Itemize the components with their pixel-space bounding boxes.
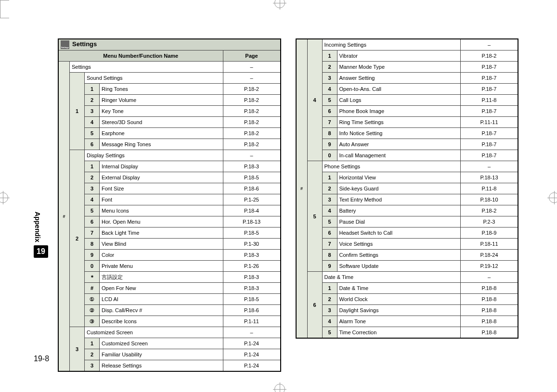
item-number: ③ [85,316,100,327]
item-number: 4 [322,205,337,216]
table-row: 3Key ToneP.18-2 [58,106,281,117]
col-header-page: Page [223,51,281,62]
crop-mark [0,9,9,18]
item-name: Release Settings [100,360,223,372]
table-row: #Open For NewP.18-3 [58,283,281,294]
item-page: P.18-13 [461,172,518,183]
item-number: 3 [322,73,337,84]
item-number: 6 [322,228,337,239]
item-number: 9 [322,261,337,272]
item-name: Battery [337,205,461,216]
item-number: 8 [322,250,337,261]
item-name: World Clock [337,294,461,305]
title-text: Settings [72,40,97,48]
item-number: 8 [85,239,100,250]
item-number: ② [85,305,100,316]
item-page: P.18-8 [461,283,518,294]
section-number: 3 [70,327,85,372]
table-row: ③Describe IconsP.1-11 [58,316,281,327]
table-row: 1VibratorP.18-2 [296,51,518,62]
item-name: Software Update [337,261,461,272]
item-number: 2 [85,95,100,106]
item-number: 5 [85,128,100,139]
table-row: 8Confirm SettingsP.18-24 [296,250,518,261]
table-row: 7Voice SettingsP.18-11 [296,239,518,250]
item-number: ① [85,294,100,305]
item-page: P.18-3 [223,283,281,294]
registration-mark [549,192,557,203]
item-number: 4 [322,316,337,327]
table-row: 4Open-to-Ans. CallP.18-7 [296,84,518,95]
section-name: Date & Time [322,272,461,283]
item-name: Text Entry Method [337,194,461,205]
item-name: Key Tone [100,106,223,117]
item-name: View Blind [100,239,223,250]
section-name: Sound Settings [85,73,223,84]
item-number: 3 [85,360,100,372]
table-row: 3Text Entry MethodP.18-10 [296,194,518,205]
item-name: Pause Dial [337,216,461,228]
item-number: 4 [322,84,337,95]
table-row: 0Private MenuP.1-26 [58,261,281,272]
item-page: P.18-5 [223,228,281,239]
table-row: 3Font SizeP.18-6 [58,183,281,194]
table-row: 9Auto AnswerP.18-7 [296,139,518,150]
item-name: 言語設定 [100,272,223,283]
table-row: 3Release SettingsP.1-24 [58,360,281,372]
item-page: P.18-5 [223,172,281,183]
item-number: 1 [322,172,337,183]
item-name: LCD AI [100,294,223,305]
item-page: P.18-6 [223,183,281,194]
sidebar-chapter-number: 19 [34,245,48,258]
table-row: 4Stereo/3D SoundP.18-2 [58,117,281,128]
item-number: 5 [322,216,337,228]
item-name: Auto Answer [337,139,461,150]
table-row: 6Hor. Open MenuP.18-13 [58,216,281,228]
root-name: Settings [70,62,223,73]
table-row: 3Daylight SavingsP.18-8 [296,305,518,316]
table-row: ①LCD AIP.18-5 [58,294,281,305]
item-page: P.18-10 [461,194,518,205]
table-row: 2Manner Mode TypeP.18-7 [296,62,518,73]
item-page: P.18-13 [223,216,281,228]
item-number: 1 [85,161,100,172]
item-name: Time Correction [337,327,461,339]
section-page: – [223,327,281,338]
section-number: 1 [70,73,85,150]
registration-mark [0,192,8,203]
item-page: P.18-2 [223,128,281,139]
item-name: External Display [100,172,223,183]
registration-mark [274,0,285,8]
item-page: P.18-7 [461,150,518,161]
item-number: 2 [85,349,100,360]
item-name: Familiar Usability [100,349,223,360]
item-number: 0 [322,150,337,161]
table-row: 4BatteryP.18-2 [296,205,518,216]
section-name: Customized Screen [85,327,223,338]
item-name: Customized Screen [100,338,223,349]
item-page: P.18-2 [223,95,281,106]
item-page: P.18-2 [223,139,281,150]
item-number: 6 [85,216,100,228]
item-name: Font [100,194,223,205]
section-page: – [461,272,518,283]
settings-table-right: #4Incoming Settings–1VibratorP.18-22Mann… [296,38,519,339]
item-page: P.18-2 [223,117,281,128]
item-name: Font Size [100,183,223,194]
item-page: P.11-8 [461,95,518,106]
crop-mark [0,0,9,9]
item-page: P.18-3 [223,272,281,283]
item-name: Manner Mode Type [337,62,461,73]
item-page: P.18-7 [461,106,518,117]
item-number: 7 [322,117,337,128]
item-number: 5 [322,95,337,106]
item-name: Hor. Open Menu [100,216,223,228]
item-number: 1 [85,84,100,95]
section-page: – [223,73,281,84]
table-row: 0In-call ManagementP.18-7 [296,150,518,161]
table-title: Settings [58,39,281,51]
item-number: 5 [85,205,100,216]
item-page: P.11-8 [461,183,518,194]
table-row: 1Customized ScreenP.1-24 [58,338,281,349]
item-number: 4 [85,117,100,128]
